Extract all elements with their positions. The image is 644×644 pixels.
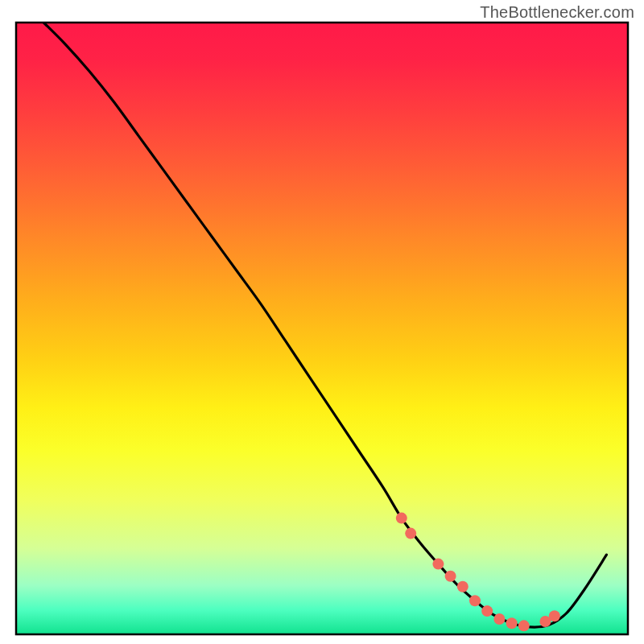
highlight-dot (518, 620, 530, 631)
highlight-dot (549, 610, 560, 621)
highlight-dot (445, 571, 456, 582)
highlight-dot (432, 559, 444, 570)
highlight-dot (481, 605, 493, 617)
highlight-dot (493, 613, 505, 625)
highlight-dot (457, 581, 469, 592)
highlight-dot (396, 513, 407, 524)
highlight-dot (469, 595, 481, 606)
chart-svg (0, 0, 644, 644)
highlight-dot (506, 617, 518, 629)
chart-container: TheBottlenecker.com (0, 0, 644, 644)
plot-background (16, 23, 628, 634)
highlight-dot (405, 528, 416, 539)
attribution-text: TheBottlenecker.com (480, 3, 634, 22)
